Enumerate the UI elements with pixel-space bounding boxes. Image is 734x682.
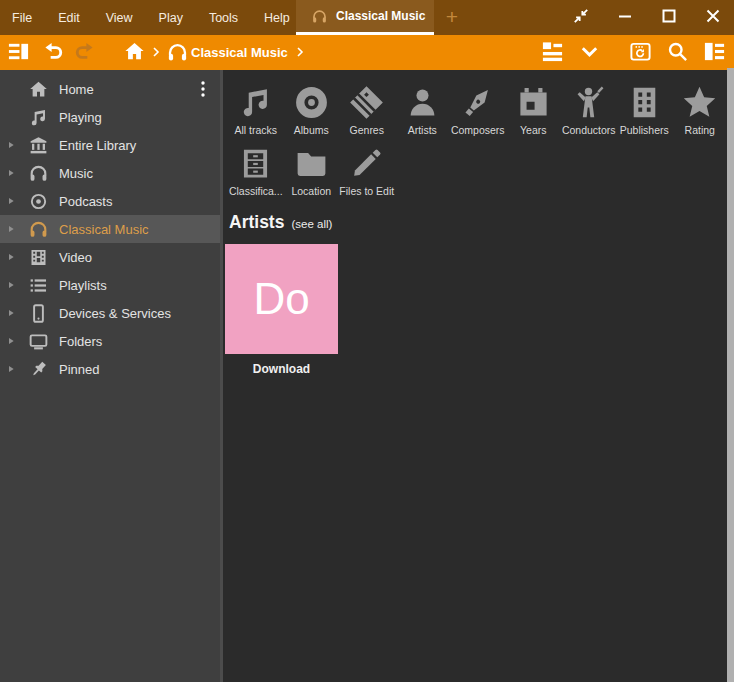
- media-tree-toggle-button[interactable]: [7, 38, 30, 68]
- see-all-link[interactable]: (see all): [291, 218, 332, 230]
- expand-caret-icon[interactable]: [0, 225, 25, 233]
- undo-button[interactable]: [43, 38, 66, 68]
- sidebar-item-label: Entire Library: [59, 138, 136, 153]
- star-icon: [681, 84, 718, 121]
- minimize-icon: [617, 8, 633, 27]
- close-icon: [705, 8, 721, 27]
- expand-caret-icon[interactable]: [0, 197, 25, 205]
- disc-icon: [293, 84, 330, 121]
- expand-caret-icon[interactable]: [0, 169, 25, 177]
- sidebar-item-label: Classical Music: [59, 222, 149, 237]
- menu-tools[interactable]: Tools: [209, 11, 238, 25]
- sidebar-item-label: Devices & Services: [59, 306, 171, 321]
- row-menu-icon[interactable]: [196, 80, 210, 98]
- expand-caret-icon[interactable]: [0, 309, 25, 317]
- collection-grid-row-2: Classifica... Location Files to Edit: [228, 145, 734, 197]
- panel-right-icon: [703, 40, 726, 66]
- redo-button[interactable]: [72, 38, 95, 68]
- smartphone-icon: [28, 303, 49, 324]
- sidebar-item-classical-music[interactable]: Classical Music: [0, 215, 220, 243]
- search-button[interactable]: [666, 38, 689, 68]
- sidebar-item-video[interactable]: Video: [0, 243, 220, 271]
- collection-artists[interactable]: Artists: [395, 84, 451, 136]
- sidebar-item-podcasts[interactable]: Podcasts: [0, 187, 220, 215]
- breadcrumb-home-button[interactable]: [123, 38, 146, 68]
- breadcrumb-current[interactable]: Classical Music: [191, 45, 288, 60]
- compact-mode-button[interactable]: [572, 9, 590, 27]
- menu-play[interactable]: Play: [159, 11, 183, 25]
- sidebar-item-label: Folders: [59, 334, 102, 349]
- menu-view[interactable]: View: [106, 11, 133, 25]
- main-content: All tracks Albums Genres Artists Compose…: [223, 70, 734, 682]
- collection-publishers[interactable]: Publishers: [617, 84, 673, 136]
- view-options-dropdown[interactable]: [578, 38, 601, 68]
- sidebar-item-devices-services[interactable]: Devices & Services: [0, 299, 220, 327]
- expand-caret-icon[interactable]: [0, 365, 25, 373]
- artists-section-header: Artists (see all): [229, 212, 734, 233]
- sidebar-item-label: Video: [59, 250, 92, 265]
- library-icon: [28, 135, 49, 156]
- view-mode-button[interactable]: [541, 38, 564, 68]
- menu-file[interactable]: File: [12, 11, 32, 25]
- auto-organize-button[interactable]: [629, 38, 652, 68]
- menu-help[interactable]: Help: [264, 11, 290, 25]
- sidebar-item-folders[interactable]: Folders: [0, 327, 220, 355]
- app-window: File Edit View Play Tools Help Classical…: [0, 0, 734, 682]
- expand-caret-icon[interactable]: [0, 253, 25, 261]
- conductor-icon: [570, 84, 607, 121]
- building-icon: [626, 84, 663, 121]
- collection-albums[interactable]: Albums: [284, 84, 340, 136]
- compress-arrows-icon: [573, 8, 589, 27]
- collection-conductors[interactable]: Conductors: [561, 84, 617, 136]
- search-icon: [666, 40, 689, 66]
- undo-arrow-icon: [43, 40, 66, 66]
- new-tab-button[interactable]: +: [440, 3, 464, 31]
- minimize-button[interactable]: [616, 9, 634, 27]
- sidebar-item-pinned[interactable]: Pinned: [0, 355, 220, 383]
- headphones-icon: [28, 163, 49, 184]
- side-panel-toggle-button[interactable]: [703, 38, 726, 68]
- redo-arrow-icon: [72, 40, 95, 66]
- artist-tile-download[interactable]: Do: [225, 244, 338, 354]
- expand-caret-icon[interactable]: [0, 281, 25, 289]
- breadcrumb-headphones-icon: [166, 38, 189, 68]
- sidebar-item-label: Pinned: [59, 362, 99, 377]
- list-view-icon: [541, 40, 564, 66]
- sidebar-item-label: Music: [59, 166, 93, 181]
- menu-edit[interactable]: Edit: [58, 11, 80, 25]
- sidebar-item-playlists[interactable]: Playlists: [0, 271, 220, 299]
- collection-years[interactable]: Years: [506, 84, 562, 136]
- menubar: File Edit View Play Tools Help: [12, 0, 290, 35]
- expand-caret-icon[interactable]: [0, 337, 25, 345]
- collection-all-tracks[interactable]: All tracks: [228, 84, 284, 136]
- tree-panel-icon: [7, 40, 30, 66]
- sidebar-item-entire-library[interactable]: Entire Library: [0, 131, 220, 159]
- window-refresh-icon: [629, 40, 652, 66]
- pencil-icon: [348, 145, 385, 182]
- chevron-right-icon[interactable]: [294, 44, 306, 62]
- scrollbar-thumb[interactable]: [727, 68, 734, 682]
- collection-grid-row-1: All tracks Albums Genres Artists Compose…: [228, 84, 734, 136]
- film-icon: [28, 247, 49, 268]
- collection-classifications[interactable]: Classifica...: [228, 145, 284, 197]
- sidebar-item-label: Podcasts: [59, 194, 112, 209]
- tab-classical-music[interactable]: Classical Music: [296, 0, 434, 35]
- titlebar: File Edit View Play Tools Help Classical…: [0, 0, 734, 35]
- toolbar: Classical Music: [0, 35, 734, 70]
- collection-composers[interactable]: Composers: [450, 84, 506, 136]
- collection-files-to-edit[interactable]: Files to Edit: [339, 145, 395, 197]
- collection-genres[interactable]: Genres: [339, 84, 395, 136]
- drawers-icon: [237, 145, 274, 182]
- close-button[interactable]: [704, 9, 722, 27]
- expand-caret-icon[interactable]: [0, 141, 25, 149]
- sidebar-item-home[interactable]: Home: [0, 75, 220, 103]
- collection-rating[interactable]: Rating: [672, 84, 728, 136]
- sidebar-item-music[interactable]: Music: [0, 159, 220, 187]
- maximize-icon: [661, 8, 677, 27]
- section-title: Artists: [229, 212, 284, 233]
- sidebar-item-playing[interactable]: Playing: [0, 103, 220, 131]
- artist-tile-name[interactable]: Download: [225, 362, 338, 376]
- maximize-button[interactable]: [660, 9, 678, 27]
- collection-location[interactable]: Location: [284, 145, 340, 197]
- artist-tile-initials: Do: [253, 274, 309, 324]
